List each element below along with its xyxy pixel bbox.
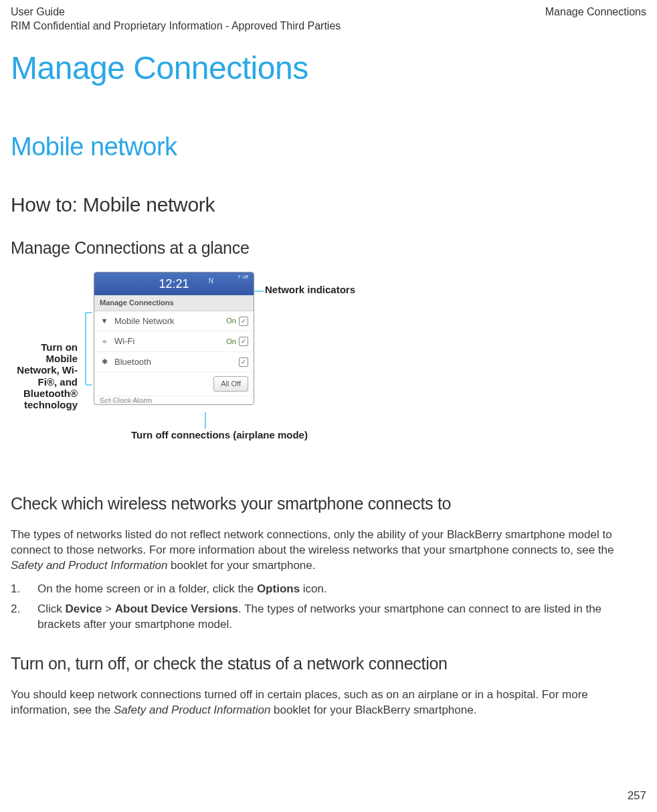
bluetooth-icon: ✱	[100, 357, 109, 367]
page-title: Manage Connections	[11, 47, 646, 90]
callout-right: Network indicators	[265, 284, 355, 295]
callout-bottom-text: Turn off connections (airplane mode)	[131, 429, 308, 440]
topic-turn-para-suffix: booklet for your BlackBerry smartphone.	[270, 704, 476, 716]
topic-glance-title: Manage Connections at a glance	[11, 237, 646, 260]
wifi-status: On	[226, 337, 236, 347]
topic-check-title: Check which wireless networks your smart…	[11, 493, 646, 515]
mobile-network-checkbox: ✓	[239, 317, 248, 326]
bluetooth-checkbox: ✓	[239, 357, 248, 367]
topic-check-para-italic: Safety and Product Information	[11, 559, 167, 572]
header-left-line1: User Guide	[11, 5, 341, 19]
page-number: 257	[628, 789, 646, 804]
phone-time: 12:21	[159, 276, 189, 292]
page-header: User Guide RIM Confidential and Propriet…	[11, 5, 646, 33]
header-right: Manage Connections	[545, 5, 646, 33]
all-off-button: All Off	[213, 376, 248, 392]
phone-off-indicator: T off	[238, 274, 248, 280]
phone-row-mobile-network: ▼ Mobile Network On ✓	[94, 311, 254, 332]
step-2-sep: >	[102, 602, 114, 615]
wifi-checkbox: ✓	[239, 337, 248, 346]
mobile-network-status: On	[226, 316, 236, 326]
topic-turn-para: You should keep network connections turn…	[11, 687, 646, 718]
step-1: On the home screen or in a folder, click…	[11, 582, 646, 597]
step-2-prefix: Click	[37, 602, 66, 615]
topic-check-para: The types of networks listed do not refl…	[11, 527, 646, 574]
callout-left: Turn on Mobile Network, Wi-Fi®, and Blue…	[11, 341, 78, 411]
callout-left-bracket	[85, 312, 92, 386]
callout-right-text: Network indicators	[265, 284, 355, 295]
topic-turn-para-italic: Safety and Product Information	[114, 704, 270, 716]
phone-network-n: N	[209, 276, 213, 286]
wifi-icon: ≈	[100, 337, 109, 347]
wifi-label: Wi-Fi	[114, 335, 226, 347]
topic-check-para-suffix: booklet for your smartphone.	[167, 559, 315, 572]
phone-all-off-row: All Off	[94, 372, 254, 396]
mobile-network-icon: ▼	[100, 316, 109, 326]
subsection-title: How to: Mobile network	[11, 191, 646, 219]
header-left-line2: RIM Confidential and Proprietary Informa…	[11, 19, 341, 33]
mobile-network-label: Mobile Network	[114, 315, 226, 327]
topic-check-para-prefix: The types of networks listed do not refl…	[11, 528, 614, 556]
step-1-prefix: On the home screen or in a folder, click…	[37, 582, 257, 595]
phone-mock: 12:21 N T off Manage Connections ▼ Mobil…	[94, 272, 254, 405]
callout-bottom: Turn off connections (airplane mode)	[131, 429, 308, 440]
topic-check-steps: On the home screen or in a folder, click…	[11, 582, 646, 633]
glance-diagram: Turn on Mobile Network, Wi-Fi®, and Blue…	[11, 272, 646, 473]
section-title: Mobile network	[11, 130, 646, 164]
phone-statusbar: 12:21 N T off	[94, 272, 254, 295]
phone-clock-alarm: Set Clock Alarm	[94, 396, 254, 404]
callout-bottom-line	[205, 412, 206, 428]
phone-row-wifi: ≈ Wi-Fi On ✓	[94, 331, 254, 352]
bluetooth-label: Bluetooth	[114, 356, 236, 368]
header-left: User Guide RIM Confidential and Propriet…	[11, 5, 341, 33]
step-1-suffix: icon.	[300, 582, 327, 595]
step-2: Click Device > About Device Versions. Th…	[11, 602, 646, 633]
topic-turn-title: Turn on, turn off, or check the status o…	[11, 653, 646, 675]
step-1-bold: Options	[257, 582, 300, 595]
step-2-bold1: Device	[66, 602, 102, 615]
phone-panel-head: Manage Connections	[94, 295, 254, 311]
step-2-bold2: About Device Versions	[115, 602, 238, 615]
phone-row-bluetooth: ✱ Bluetooth ✓	[94, 352, 254, 373]
